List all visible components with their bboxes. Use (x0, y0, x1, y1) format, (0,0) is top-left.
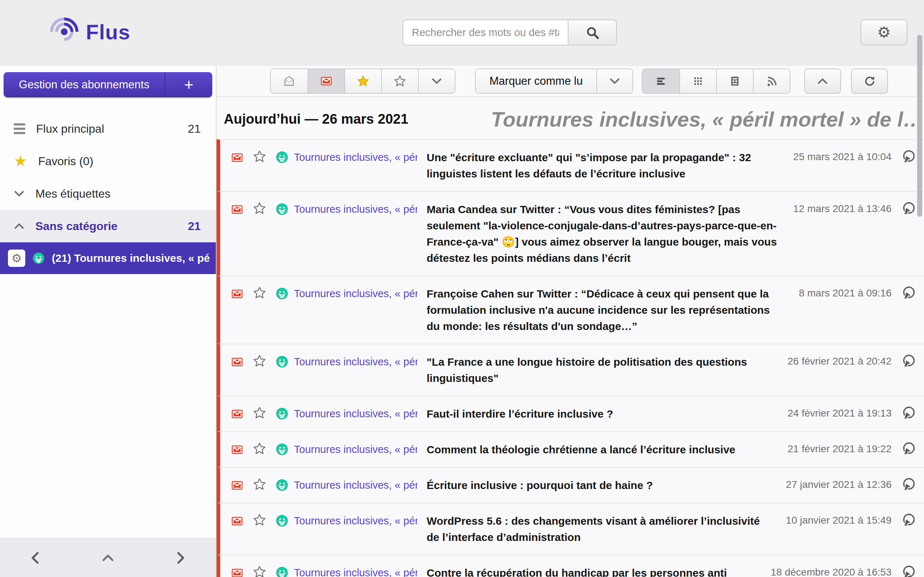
article-title[interactable]: Écriture inclusive : pourquoi tant de ha… (426, 477, 776, 493)
unread-envelope-icon[interactable] (231, 479, 243, 492)
article-title[interactable]: Françoise Cahen sur Twitter : “Dédicace … (426, 285, 789, 334)
sidebar-item-sans-categorie[interactable]: Sans catégorie 21 (0, 210, 216, 242)
unread-envelope-icon[interactable] (231, 288, 243, 300)
feed-link[interactable]: Tournures inclusives, « péril … (294, 443, 417, 456)
filter-favorites-button[interactable] (344, 69, 381, 93)
manage-subscriptions-button[interactable]: Gestion des abonnements (3, 72, 165, 97)
favorite-star-button[interactable] (253, 202, 267, 215)
feed-link[interactable]: Tournures inclusives, « péril … (294, 408, 417, 420)
article-title[interactable]: Maria Candea sur Twitter : “Vous vous di… (426, 201, 784, 266)
prev-button[interactable] (29, 551, 43, 565)
mark-as-read-button[interactable]: Marquer comme lu (476, 69, 596, 93)
rss-icon (766, 76, 777, 87)
feed-link[interactable]: Tournures inclusives, « péril … (294, 203, 417, 215)
grid-view-button[interactable] (679, 69, 716, 93)
feed-link[interactable]: Tournures inclusives, « péril … (294, 288, 417, 300)
list-view-button[interactable] (643, 69, 679, 93)
article-date: 12 mars 2021 à 13:46 (793, 203, 892, 214)
feed-settings-button[interactable]: ⚙ (8, 250, 25, 267)
unread-envelope-icon[interactable] (231, 356, 243, 368)
feed-title-heading: Tournures inclusives, « péril mortel » d… (452, 107, 924, 131)
article-title[interactable]: Contre la récupération du handicap par l… (426, 565, 761, 577)
mark-as-read-group: Marquer comme lu (475, 69, 633, 94)
unread-envelope-icon[interactable] (231, 443, 243, 456)
rss-view-button[interactable] (753, 69, 790, 93)
open-article-button[interactable] (901, 477, 916, 493)
open-article-button[interactable] (901, 354, 916, 370)
favorite-star-button[interactable] (253, 150, 267, 163)
open-article-button[interactable] (901, 406, 916, 422)
favorite-star-button[interactable] (253, 514, 267, 527)
card-view-button[interactable] (716, 69, 753, 93)
article-title[interactable]: Faut-il interdire l’écriture inclusive ? (426, 406, 778, 422)
search-button[interactable] (568, 19, 617, 45)
article-row: Tournures inclusives, « péril … Maria Ca… (216, 191, 924, 276)
chevron-down-icon (14, 189, 24, 198)
article-title[interactable]: WordPress 5.6 : des changements visant à… (426, 513, 776, 545)
settings-button[interactable]: ⚙ (861, 19, 908, 45)
star-filled-icon (357, 75, 370, 87)
date-heading: Aujourd’hui — 26 mars 2021 (224, 111, 408, 127)
scroll-top-button[interactable] (101, 553, 115, 563)
main-content: Marquer comme lu (216, 66, 924, 577)
article-title[interactable]: Comment la théologie chrétienne a lancé … (426, 442, 778, 458)
favorite-star-button[interactable] (253, 566, 267, 577)
feed-cell: Tournures inclusives, « péril … (276, 286, 417, 301)
feed-cell: Tournures inclusives, « péril … (276, 442, 417, 456)
chevron-right-icon (173, 551, 187, 565)
article-title[interactable]: "La France a une longue histoire de poli… (426, 354, 778, 386)
feed-link[interactable]: Tournures inclusives, « péril … (294, 356, 417, 368)
next-button[interactable] (173, 551, 187, 565)
sidebar-item-favoris[interactable]: ★ Favoris (0) (0, 145, 216, 177)
open-article-button[interactable] (901, 201, 916, 218)
feed-link[interactable]: Tournures inclusives, « péril … (294, 567, 417, 577)
feed-cell: Tournures inclusives, « péril … (276, 406, 417, 421)
filter-read-button[interactable] (271, 69, 307, 93)
filter-more-button[interactable] (418, 69, 455, 93)
favorite-star-button[interactable] (253, 406, 267, 419)
favorite-star-button[interactable] (253, 442, 267, 455)
scrollbar[interactable] (917, 35, 922, 217)
open-article-button[interactable] (901, 442, 916, 458)
toolbar: Marquer comme lu (216, 66, 924, 97)
unread-envelope-icon[interactable] (231, 152, 243, 164)
unread-envelope-icon[interactable] (231, 408, 243, 420)
favorite-star-button[interactable] (253, 286, 267, 299)
filter-unread-button[interactable] (307, 69, 344, 93)
mark-as-read-dropdown[interactable] (596, 69, 632, 93)
feed-cell: Tournures inclusives, « péril … (276, 566, 417, 577)
sidebar-item-flux-principal[interactable]: Flux principal 21 (0, 113, 216, 145)
feed-avatar-icon (276, 355, 288, 369)
open-article-button[interactable] (901, 565, 916, 577)
refresh-icon (863, 75, 876, 87)
article-title[interactable]: Une "écriture excluante" qui "s’impose p… (426, 149, 784, 182)
sidebar-item-mes-etiquettes[interactable]: Mes étiquettes (0, 177, 216, 210)
unread-envelope-icon[interactable] (231, 567, 243, 577)
feed-link[interactable]: Tournures inclusives, « péril … (294, 515, 417, 527)
top-bar: Flus ⚙ (0, 0, 924, 66)
open-link-icon (901, 354, 916, 369)
feed-cell: Tournures inclusives, « péril … (276, 150, 417, 164)
unread-envelope-icon[interactable] (231, 515, 243, 527)
article-date: 10 janvier 2021 à 15:49 (786, 515, 892, 526)
scroll-to-top-button[interactable] (804, 69, 841, 94)
open-article-button[interactable] (901, 513, 916, 529)
add-subscription-button[interactable]: + (165, 72, 212, 97)
flus-app: Flus ⚙ Gestion des abonnements + Flux pr… (0, 0, 924, 577)
open-article-button[interactable] (901, 149, 916, 166)
favorite-star-button[interactable] (253, 478, 267, 491)
sidebar-selected-feed[interactable]: ⚙ (21) Tournures inclusives, « péril mo… (0, 242, 216, 274)
feed-link[interactable]: Tournures inclusives, « péril … (294, 152, 417, 163)
filter-non-favorites-button[interactable] (381, 69, 418, 93)
chevron-up-icon (14, 221, 24, 231)
chevron-left-icon (29, 551, 43, 565)
star-outline-icon (393, 75, 406, 87)
favorite-star-button[interactable] (253, 355, 267, 367)
open-article-button[interactable] (901, 285, 916, 302)
search-input[interactable] (402, 19, 568, 45)
article-row: Tournures inclusives, « péril … Comment … (216, 431, 924, 467)
unread-envelope-icon[interactable] (231, 203, 243, 216)
feed-link[interactable]: Tournures inclusives, « péril … (294, 479, 417, 491)
chevron-down-icon (431, 76, 442, 86)
refresh-button[interactable] (851, 69, 888, 94)
